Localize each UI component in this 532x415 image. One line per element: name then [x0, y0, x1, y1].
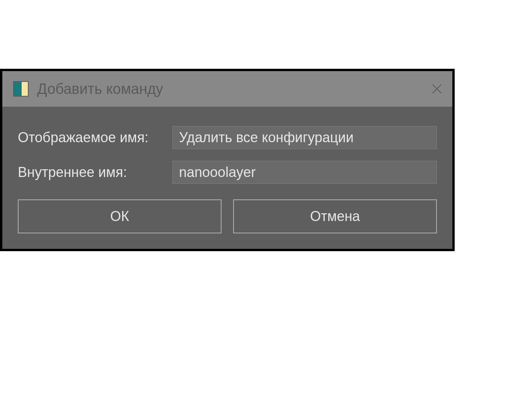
app-icon [13, 81, 29, 97]
cancel-button[interactable]: Отмена [233, 199, 437, 233]
display-name-input[interactable] [172, 126, 437, 149]
titlebar: Добавить команду [2, 71, 452, 107]
dialog-title: Добавить команду [37, 81, 429, 97]
close-icon[interactable] [429, 81, 445, 97]
display-name-label: Отображаемое имя: [18, 129, 172, 146]
display-name-row: Отображаемое имя: [18, 126, 437, 149]
internal-name-input[interactable] [172, 161, 437, 184]
dialog-body: Отображаемое имя: Внутреннее имя: ОК Отм… [2, 107, 452, 249]
internal-name-label: Внутреннее имя: [18, 164, 172, 180]
ok-button[interactable]: ОК [18, 199, 222, 233]
internal-name-row: Внутреннее имя: [18, 161, 437, 184]
dialog-window: Добавить команду Отображаемое имя: Внутр… [0, 69, 455, 251]
button-row: ОК Отмена [18, 199, 437, 233]
